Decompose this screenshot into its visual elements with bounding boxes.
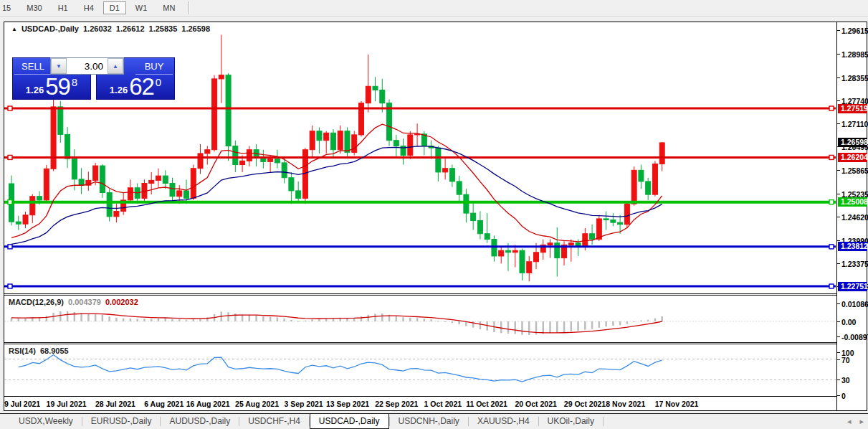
timeframe-button-w1[interactable]: W1 xyxy=(129,1,154,14)
tab-usdcnh-daily[interactable]: USDCNH-,Daily xyxy=(390,414,468,429)
tab-xauusd-h4[interactable]: XAUUSD-,H4 xyxy=(469,414,538,429)
date-label: 22 Sep 2021 xyxy=(375,400,418,408)
toolbar-separator xyxy=(189,1,189,14)
one-click-trading-panel: SELL 1.26 59 8 BUY 1.26 62 0 xyxy=(12,57,175,100)
macd-panel[interactable]: MACD(12,26,9) 0.004379 0.002032 xyxy=(4,296,836,342)
timeframe-button-15[interactable]: 15 xyxy=(0,1,17,14)
chart-window: ▲ USDCAD-,Daily 1.26032 1.26612 1.25835 … xyxy=(4,22,867,411)
tab-audusd-daily[interactable]: AUDUSD-,Daily xyxy=(161,414,239,429)
date-label: 20 Oct 2021 xyxy=(515,400,556,408)
date-label: 9 Jul 2021 xyxy=(4,400,40,408)
price-tick: 1.27110 xyxy=(837,120,867,128)
price-badge-1.23812: 1.23812 xyxy=(838,242,867,251)
timeframe-button-h1[interactable]: H1 xyxy=(52,1,75,14)
ohlc-low: 1.25835 xyxy=(149,24,178,33)
date-label: 6 Aug 2021 xyxy=(144,400,183,408)
macd-name: MACD(12,26,9) xyxy=(9,298,64,306)
macd-axis-label: -0.008974 xyxy=(837,333,867,341)
volume-input[interactable] xyxy=(67,58,108,74)
date-label: 29 Oct 2021 xyxy=(564,400,606,408)
ohlc-close: 1.26598 xyxy=(181,24,210,33)
date-label: 16 Aug 2021 xyxy=(186,400,230,408)
rsi-chart[interactable] xyxy=(4,344,836,396)
macd-axis-label: 0.00 xyxy=(837,318,867,326)
date-label: 8 Nov 2021 xyxy=(606,400,645,408)
rsi-axis-label: 30 xyxy=(837,376,867,385)
chart-tab-bar: USDX,WeeklyEURUSD-,DailyAUDUSD-,DailyUSD… xyxy=(0,413,868,429)
macd-value-main: 0.004379 xyxy=(68,298,101,306)
chart-symbol-title: USDCAD-,Daily xyxy=(22,24,79,33)
price-badge-1.27519: 1.27519 xyxy=(838,104,867,113)
volume-increase-icon[interactable]: ▲ xyxy=(108,58,123,74)
rsi-axis-label: 70 xyxy=(837,356,867,364)
sell-price-main: 59 xyxy=(45,73,70,100)
sell-price: 1.26 59 8 xyxy=(13,74,90,99)
volume-spinner: ▼ ▲ xyxy=(50,57,124,75)
price-badge-1.25008: 1.25008 xyxy=(838,197,867,207)
timeframe-button-d1[interactable]: D1 xyxy=(103,1,126,14)
date-label: 1 Oct 2021 xyxy=(424,400,462,408)
buy-price-prefix: 1.26 xyxy=(110,85,128,95)
volume-decrease-icon[interactable]: ▼ xyxy=(51,58,67,74)
date-label: 3 Sep 2021 xyxy=(284,400,323,408)
mt4-screen: 15M30H1H4D1W1MN ▲ USDCAD-,Daily 1.26032 … xyxy=(0,0,868,429)
rsi-value: 68.9055 xyxy=(40,346,69,355)
collapse-panel-icon[interactable]: ▲ xyxy=(11,26,17,32)
sell-price-prefix: 1.26 xyxy=(26,85,44,95)
tab-ukoil-daily[interactable]: UKOil-,Daily xyxy=(539,414,603,429)
date-label: 17 Nov 2021 xyxy=(655,400,699,408)
rsi-label: RSI(14) 68.9055 xyxy=(9,346,69,355)
price-tick: 1.29615 xyxy=(837,27,867,35)
ohlc-open: 1.26032 xyxy=(83,24,112,33)
price-tick: 1.23375 xyxy=(837,260,867,268)
tab-scroll-right-icon[interactable]: ▸ xyxy=(859,417,864,426)
date-label: 13 Sep 2021 xyxy=(326,400,369,408)
price-tick: 1.28355 xyxy=(837,74,867,82)
price-tick: 1.28985 xyxy=(837,50,867,59)
tab-usdchf-h4[interactable]: USDCHF-,H4 xyxy=(239,414,309,429)
price-tick: 1.24620 xyxy=(837,213,867,222)
sell-price-sup: 8 xyxy=(72,76,77,88)
timeframe-button-mn[interactable]: MN xyxy=(156,1,181,14)
macd-label: MACD(12,26,9) 0.004379 0.002032 xyxy=(9,298,138,306)
time-axis[interactable]: 9 Jul 202119 Jul 202128 Jul 20216 Aug 20… xyxy=(4,396,836,410)
date-label: 19 Jul 2021 xyxy=(47,400,87,408)
timeframe-button-h4[interactable]: H4 xyxy=(77,1,100,14)
timeframe-toolbar: 15M30H1H4D1W1MN xyxy=(0,0,868,16)
price-axis[interactable]: 1.296151.289851.283551.277401.271101.264… xyxy=(836,22,867,410)
buy-price: 1.26 62 0 xyxy=(97,74,174,99)
buy-price-main: 62 xyxy=(129,73,154,100)
buy-price-sup: 0 xyxy=(156,76,161,88)
date-label: 11 Oct 2021 xyxy=(466,400,507,408)
rsi-panel[interactable]: RSI(14) 68.9055 xyxy=(4,344,836,396)
main-chart-panel[interactable]: ▲ USDCAD-,Daily 1.26032 1.26612 1.25835 … xyxy=(4,22,836,293)
timeframe-button-m30[interactable]: M30 xyxy=(20,1,48,14)
price-badge-1.26204: 1.26204 xyxy=(838,153,867,162)
tab-separator xyxy=(603,417,604,426)
macd-axis-label: 0.010869 xyxy=(837,300,867,308)
price-badge-1.26598: 1.26598 xyxy=(838,138,867,147)
tab-usdcad-daily[interactable]: USDCAD-,Daily xyxy=(310,414,389,429)
macd-value-signal: 0.002032 xyxy=(105,298,138,306)
rsi-name: RSI(14) xyxy=(9,346,36,355)
tab-scroll-arrows: ◂▸ xyxy=(847,417,864,426)
chart-title: ▲ USDCAD-,Daily 1.26032 1.26612 1.25835 … xyxy=(11,24,210,33)
tab-eurusd-daily[interactable]: EURUSD-,Daily xyxy=(82,414,161,429)
price-badge-1.22751: 1.22751 xyxy=(838,282,867,291)
date-label: 28 Jul 2021 xyxy=(95,400,135,408)
tab-usdx-weekly[interactable]: USDX,Weekly xyxy=(10,414,82,429)
tab-scroll-left-icon[interactable]: ◂ xyxy=(847,417,852,426)
ohlc-high: 1.26612 xyxy=(116,24,145,33)
price-tick: 1.25865 xyxy=(837,166,867,175)
rsi-axis-label: 0 xyxy=(837,392,867,400)
date-label: 25 Aug 2021 xyxy=(235,400,279,408)
ma-fast-line xyxy=(11,124,662,242)
